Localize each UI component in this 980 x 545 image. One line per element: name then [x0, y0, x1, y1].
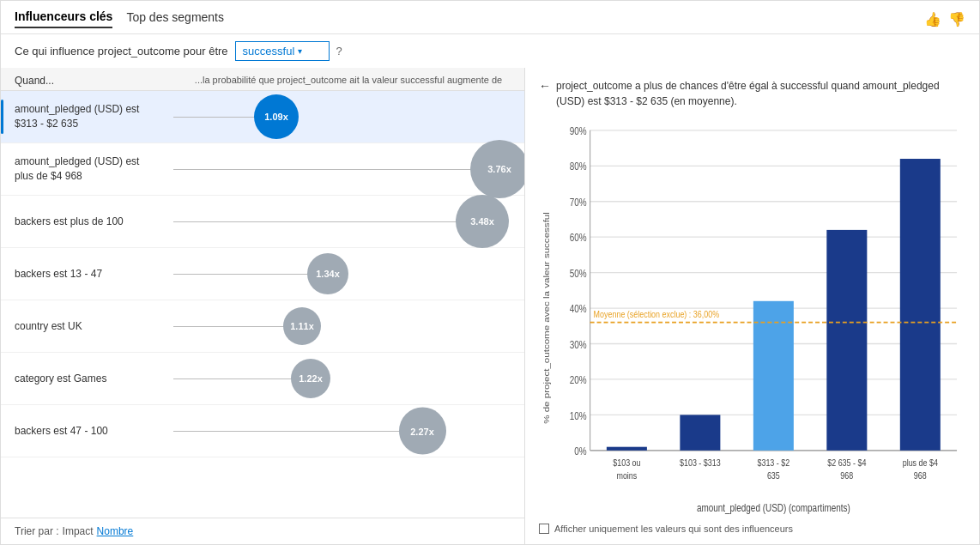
svg-rect-22: [607, 447, 647, 451]
influencer-item-2[interactable]: backers est plus de 1003.48x: [1, 196, 524, 248]
influencer-bar-2: 3.48x: [173, 204, 511, 239]
filter-label: Ce qui influence project_outcome pour êt…: [15, 45, 228, 58]
influencer-bar-6: 2.27x: [173, 414, 511, 448]
influencer-label-1: amount_pledged (USD) est plus de $4 968: [15, 154, 173, 184]
filter-help-icon[interactable]: ?: [336, 45, 342, 58]
column-headers: Quand... ...la probabilité que project_o…: [1, 68, 524, 91]
chevron-down-icon: ▾: [298, 46, 302, 56]
influencer-item-6[interactable]: backers est 47 - 1002.27x: [1, 405, 524, 457]
influencer-checkbox[interactable]: [539, 524, 549, 534]
influencer-line-3: [173, 274, 328, 275]
svg-text:968: 968: [914, 470, 927, 481]
influencer-bubble-6: 2.27x: [399, 408, 446, 455]
tab-influenceurs-cles[interactable]: Influenceurs clés: [15, 9, 112, 28]
svg-text:30%: 30%: [570, 338, 587, 349]
influencer-line-5: [173, 378, 311, 379]
svg-text:$2 635 - $4: $2 635 - $4: [827, 457, 866, 468]
header: Influenceurs clés Top des segments 👍 👎: [1, 1, 979, 34]
influencer-bar-1: 3.76x: [173, 152, 511, 186]
svg-text:amount_pledged (USD) (comparti: amount_pledged (USD) (compartiments): [697, 501, 850, 512]
chart-svg-wrap: 0%10%20%30%40%50%60%70%80%90%$103 oumoin…: [539, 119, 965, 517]
right-panel: ← project_outcome a plus de chances d'êt…: [524, 68, 979, 544]
active-accent: [1, 100, 3, 134]
influencer-bar-4: 1.11x: [173, 309, 511, 343]
chart-title: project_outcome a plus de chances d'être…: [556, 78, 951, 109]
svg-text:90%: 90%: [570, 125, 587, 136]
influencer-label-3: backers est 13 - 47: [15, 267, 173, 282]
influencer-bubble-5: 1.22x: [291, 359, 330, 398]
header-icons: 👍 👎: [924, 11, 965, 27]
svg-text:70%: 70%: [570, 197, 587, 208]
header-tabs: Influenceurs clés Top des segments: [15, 9, 224, 28]
influencer-label-4: country est UK: [15, 319, 173, 334]
back-arrow-icon: ←: [539, 78, 551, 95]
influencer-item-4[interactable]: country est UK1.11x: [1, 300, 524, 353]
svg-rect-33: [900, 159, 941, 451]
svg-text:50%: 50%: [570, 268, 587, 279]
svg-text:40%: 40%: [570, 303, 587, 314]
chart-back[interactable]: ← project_outcome a plus de chances d'êt…: [539, 78, 965, 109]
main-container: Influenceurs clés Top des segments 👍 👎 C…: [0, 0, 980, 545]
tab-top-segments[interactable]: Top des segments: [126, 10, 224, 27]
svg-text:$313 - $2: $313 - $2: [757, 457, 789, 468]
svg-text:968: 968: [840, 470, 853, 481]
svg-text:60%: 60%: [570, 232, 587, 243]
svg-text:0%: 0%: [574, 445, 586, 457]
svg-text:Moyenne (sélection exclue) : 3: Moyenne (sélection exclue) : 36,00%: [594, 309, 719, 319]
checkbox-row: Afficher uniquement les valeurs qui sont…: [539, 524, 965, 534]
svg-text:80%: 80%: [570, 160, 587, 172]
influencer-item-3[interactable]: backers est 13 - 471.34x: [1, 248, 524, 300]
influencer-bar-3: 1.34x: [173, 257, 511, 291]
influencer-label-6: backers est 47 - 100: [15, 424, 173, 439]
chart-area: 0%10%20%30%40%50%60%70%80%90%$103 oumoin…: [539, 119, 965, 534]
svg-rect-25: [680, 415, 720, 450]
svg-text:20%: 20%: [570, 374, 587, 385]
svg-text:% de project_outcome avec la v: % de project_outcome avec la valeur succ…: [542, 212, 551, 424]
col-when-header: Quand...: [15, 75, 186, 87]
svg-text:moins: moins: [616, 470, 637, 481]
influencer-bar-0: 1.09x: [173, 100, 511, 134]
thumbs-up-icon[interactable]: 👍: [924, 11, 941, 27]
influencer-line-6: [173, 431, 422, 432]
svg-text:plus de $4: plus de $4: [903, 457, 938, 468]
sort-nombre[interactable]: Nombre: [97, 525, 134, 537]
influencer-bubble-4: 1.11x: [283, 307, 321, 345]
influencer-bubble-1: 3.76x: [470, 140, 524, 198]
influencer-label-2: backers est plus de 100: [15, 215, 173, 229]
filter-row: Ce qui influence project_outcome pour êt…: [1, 34, 979, 68]
influencer-label-0: amount_pledged (USD) est $313 - $2 635: [15, 102, 173, 131]
influencer-item-0[interactable]: amount_pledged (USD) est $313 - $2 6351.…: [1, 91, 524, 143]
sort-row: Trier par : Impact Nombre: [1, 518, 524, 544]
influencer-bubble-3: 1.34x: [307, 253, 348, 294]
filter-selected-value: successful: [243, 45, 295, 58]
main-content: Quand... ...la probabilité que project_o…: [1, 68, 979, 544]
svg-text:$103 ou: $103 ou: [613, 457, 641, 468]
influencer-line-2: [173, 221, 482, 222]
influencer-bubble-0: 1.09x: [254, 94, 299, 139]
thumbs-down-icon[interactable]: 👎: [948, 11, 965, 27]
sort-label: Trier par :: [15, 525, 59, 537]
influencer-bubble-2: 3.48x: [456, 195, 509, 248]
svg-rect-30: [826, 230, 867, 451]
left-panel: Quand... ...la probabilité que project_o…: [1, 68, 524, 544]
influencer-bar-5: 1.22x: [173, 361, 511, 396]
influencer-list: amount_pledged (USD) est $313 - $2 6351.…: [1, 91, 524, 518]
svg-text:$103 - $313: $103 - $313: [680, 457, 721, 468]
col-prob-header: ...la probabilité que project_outcome ai…: [186, 75, 511, 87]
svg-text:10%: 10%: [570, 409, 587, 421]
influencer-label-5: category est Games: [15, 372, 173, 386]
checkbox-label: Afficher uniquement les valeurs qui sont…: [554, 524, 793, 534]
influencer-line-1: [173, 169, 499, 170]
filter-select[interactable]: successful ▾: [235, 41, 330, 61]
sort-impact[interactable]: Impact: [63, 525, 94, 537]
svg-text:635: 635: [767, 470, 780, 481]
svg-rect-27: [753, 301, 794, 451]
influencer-item-5[interactable]: category est Games1.22x: [1, 353, 524, 405]
influencer-item-1[interactable]: amount_pledged (USD) est plus de $4 9683…: [1, 143, 524, 196]
